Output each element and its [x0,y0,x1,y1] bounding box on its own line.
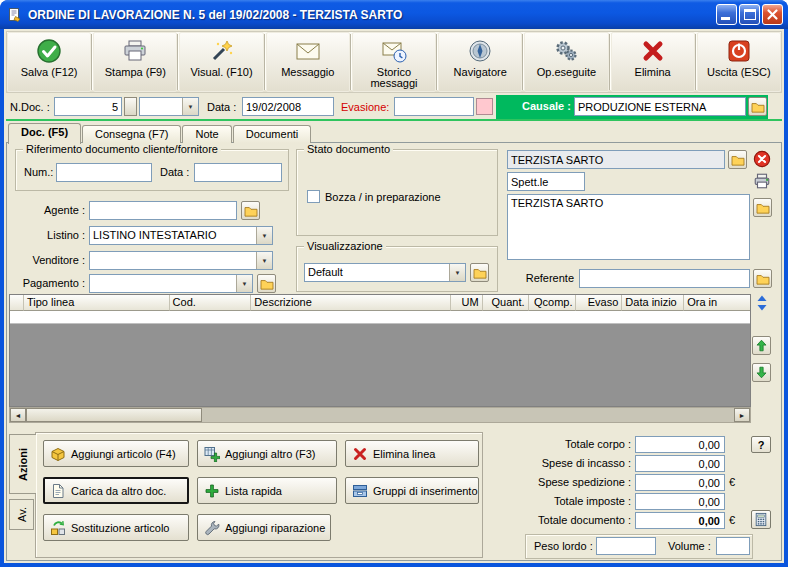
message-history-button[interactable]: Storico messaggi [352,32,436,92]
totale-documento-suffix: € [729,512,735,529]
intestatario-input[interactable] [507,150,725,169]
column-header-data-inizio[interactable]: Data inizio [622,295,684,311]
column-header-quant[interactable]: Quant. [483,295,529,311]
grid-empty-row[interactable] [10,311,750,324]
doc-date-input[interactable] [242,97,334,116]
sidetab-avanzate[interactable]: Av. [9,499,34,530]
venditore-value [90,252,256,269]
column-header-descrizione[interactable]: Descrizione [251,295,450,311]
scroll-right-button[interactable]: ► [734,408,750,422]
visualizzazione-lookup-button[interactable] [470,263,489,282]
folder-icon [731,154,745,166]
recalculate-button[interactable] [751,510,771,529]
minimize-button[interactable] [716,4,737,25]
print-address-button[interactable] [753,172,771,190]
operations-button[interactable]: Op.eseguite [524,32,608,92]
chevron-down-icon[interactable]: ▼ [256,252,272,269]
spese-incasso-input[interactable] [635,455,725,472]
clear-intestatario-button[interactable] [753,150,771,168]
add-other-button[interactable]: Aggiungi altro (F3) [197,440,337,467]
sidetab-azioni[interactable]: Azioni [9,434,36,494]
insert-groups-button[interactable]: Gruppi di inserimento [345,477,479,504]
causale-lookup-button[interactable] [748,97,767,116]
column-header-um[interactable]: UM [451,295,483,311]
referente-lookup-button[interactable] [753,269,772,288]
scroll-thumb[interactable] [26,408,202,422]
tab-documenti[interactable]: Documenti [233,125,312,143]
totale-imposte-input[interactable] [635,493,725,510]
load-from-doc-button[interactable]: Carica da altro doc. [43,477,189,504]
pagamento-lookup-button[interactable] [257,274,276,293]
replace-article-button[interactable]: Sostituzione articolo [43,514,189,541]
chevron-down-icon[interactable]: ▼ [182,98,198,115]
rif-num-input[interactable] [56,163,152,182]
referente-input[interactable] [579,269,750,288]
toolbar-label: Messaggio [281,67,334,78]
evasione-input[interactable] [394,97,474,116]
tab-consegna[interactable]: Consegna (F7) [82,125,181,143]
volume-input[interactable] [716,537,750,555]
agente-lookup-button[interactable] [241,201,260,220]
venditore-combo[interactable]: ▼ [89,251,273,270]
save-button[interactable]: Salva (F12) [7,32,91,92]
envelope-history-icon [381,38,407,64]
navigator-button[interactable]: Navigatore [438,32,522,92]
document-header-bar: N.Doc. : ▼ Data : Evasione: Causale : [6,95,782,121]
visualizzazione-combo[interactable]: Default ▼ [304,263,466,282]
indirizzo-textarea[interactable]: TERZISTA SARTO [507,194,750,260]
rif-data-input[interactable] [194,163,282,182]
pagamento-combo[interactable]: ▼ [89,274,253,293]
toolbar-label: Elimina [635,67,671,78]
add-repair-button[interactable]: Aggiungi riparazione [197,514,331,541]
chevron-down-icon[interactable]: ▼ [449,264,465,281]
listino-combo[interactable]: LISTINO INTESTATARIO ▼ [89,226,273,245]
doc-series-combo[interactable]: ▼ [139,97,199,116]
toolbar-label: Salva (F12) [21,67,78,78]
indirizzo-lookup-button[interactable] [753,198,772,217]
maximize-button[interactable] [739,4,760,25]
doc-series-value [140,98,182,115]
peso-lordo-input[interactable] [596,537,656,555]
tab-note[interactable]: Note [182,125,231,143]
message-button[interactable]: Messaggio [266,32,350,92]
column-header-qcomp[interactable]: Qcomp. [529,295,577,311]
scroll-left-button[interactable]: ◄ [10,408,26,422]
resize-rows-button[interactable] [754,295,770,311]
column-header-evaso[interactable]: Evaso [576,295,622,311]
spese-spedizione-input[interactable] [635,474,725,491]
doc-number-options-button[interactable] [124,97,137,116]
scroll-track[interactable] [202,408,734,422]
totale-corpo-input[interactable] [635,436,725,453]
column-header-cod[interactable]: Cod. [170,295,252,311]
action-label: Sostituzione articolo [71,522,169,534]
delete-line-button[interactable]: Elimina linea [345,440,479,467]
column-header-ora-inizio[interactable]: Ora in [684,295,750,311]
totals-help-button[interactable]: ? [751,436,771,453]
tab-doc[interactable]: Doc. (F5) [8,123,81,144]
titolo-input[interactable] [507,172,585,191]
delete-button[interactable]: Elimina [611,32,695,92]
chevron-down-icon[interactable]: ▼ [256,227,272,244]
move-line-down-button[interactable] [752,363,771,382]
bozza-checkbox[interactable] [307,190,320,203]
column-header-selector[interactable] [10,295,24,311]
stato-group-label: Stato documento [304,143,393,155]
chevron-down-icon[interactable]: ▼ [236,275,252,292]
totale-documento-input[interactable] [635,512,725,529]
exit-button[interactable]: Uscita (ESC) [697,32,781,92]
close-button[interactable] [762,4,783,25]
move-line-up-button[interactable] [752,336,771,355]
agente-input[interactable] [89,201,237,220]
quick-list-button[interactable]: Lista rapida [197,477,337,504]
title-bar[interactable]: ORDINE DI LAVORAZIONE N. 5 del 19/02/200… [0,0,788,29]
doc-number-input[interactable] [54,97,122,116]
envelope-icon [295,38,321,64]
preview-button[interactable]: Visual. (F10) [179,32,263,92]
power-icon [726,38,752,64]
column-header-tipo-linea[interactable]: Tipo linea [24,295,170,311]
add-article-button[interactable]: Aggiungi articolo (F4) [43,440,189,467]
intestatario-lookup-button[interactable] [728,150,747,169]
print-button[interactable]: Stampa (F9) [93,32,177,92]
grid-horizontal-scrollbar[interactable]: ◄ ► [9,407,751,423]
causale-input[interactable] [574,97,746,116]
